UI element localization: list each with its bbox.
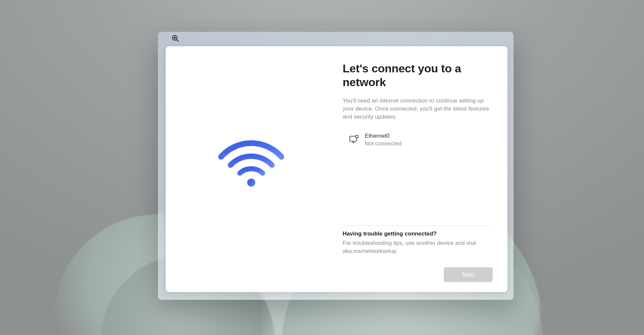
- network-name: Ethernet0: [365, 132, 402, 140]
- setup-card: Let's connect you to a network You'll ne…: [166, 46, 507, 292]
- troubleshoot-title: Having trouble getting connected?: [343, 230, 493, 237]
- content-pane: Let's connect you to a network You'll ne…: [337, 46, 508, 292]
- illustration-pane: [166, 46, 337, 292]
- troubleshoot-text: For troubleshooting tips, use another de…: [343, 239, 493, 255]
- divider: [343, 225, 493, 226]
- ethernet-monitor-icon: [349, 134, 359, 146]
- spacer: [343, 150, 493, 225]
- network-item-texts: Ethernet0 Not connected: [365, 132, 402, 148]
- wifi-icon: [218, 138, 285, 190]
- oobe-window: Let's connect you to a network You'll ne…: [158, 32, 514, 300]
- next-button[interactable]: Next: [444, 267, 493, 282]
- svg-point-4: [247, 179, 255, 187]
- page-title: Let's connect you to a network: [343, 62, 493, 89]
- network-item-ethernet0[interactable]: Ethernet0 Not connected: [343, 130, 493, 150]
- svg-rect-8: [355, 135, 358, 138]
- network-status: Not connected: [365, 140, 402, 148]
- svg-line-1: [176, 40, 178, 42]
- footer-actions: Next: [343, 267, 493, 282]
- magnifier-zoom-icon[interactable]: [171, 35, 179, 44]
- page-subtitle: You'll need an internet connection to co…: [343, 97, 493, 121]
